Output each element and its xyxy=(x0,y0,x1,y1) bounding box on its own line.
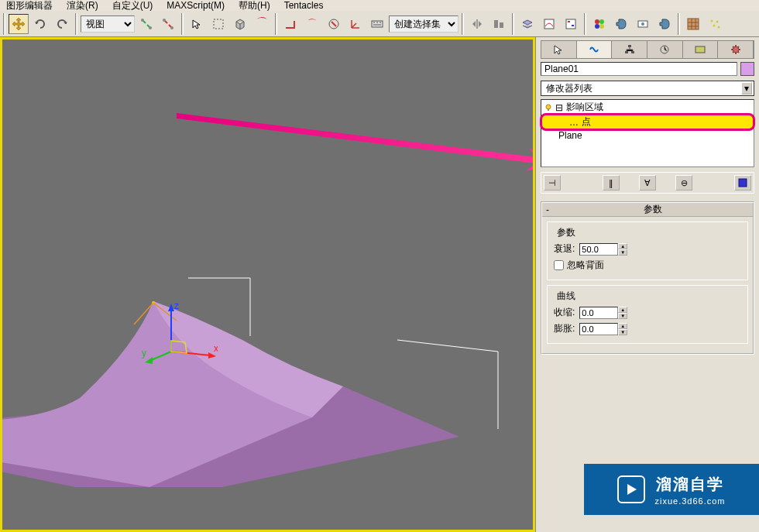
params-group-label: 参数 xyxy=(554,226,579,239)
stack-subobject-point[interactable]: … 点 xyxy=(541,115,754,129)
redo-button[interactable] xyxy=(52,14,72,34)
show-end-result-button[interactable]: ‖ xyxy=(603,175,620,190)
svg-rect-12 xyxy=(572,25,574,26)
menu-tentacles[interactable]: Tentacles xyxy=(284,0,324,11)
ignore-backface-checkbox[interactable] xyxy=(554,260,564,270)
render-setup-button[interactable] xyxy=(611,14,631,34)
object-name-input[interactable] xyxy=(541,62,737,76)
viewport[interactable]: z x y xyxy=(0,37,535,532)
quick-render-button[interactable] xyxy=(654,14,675,34)
percent-snap-button[interactable]: ⌒ xyxy=(302,14,322,34)
tab-motion[interactable] xyxy=(647,41,683,58)
make-unique-button[interactable]: ∀ xyxy=(639,175,656,190)
svg-point-18 xyxy=(641,22,644,26)
svg-rect-37 xyxy=(548,109,549,111)
curve-editor-button[interactable] xyxy=(539,14,559,34)
stack-toolbar: ⊣ ‖ ∀ ⊖ xyxy=(541,172,754,194)
menu-graphics-editor[interactable]: 图形编辑器 xyxy=(6,0,53,12)
svg-rect-38 xyxy=(739,179,747,187)
expand-label: 膨胀: xyxy=(554,322,575,335)
tab-hierarchy[interactable] xyxy=(612,41,647,58)
configure-sets-button[interactable] xyxy=(734,175,751,190)
expand-spinner[interactable]: ▲▼ xyxy=(579,323,627,335)
svg-point-22 xyxy=(713,24,716,26)
menu-render[interactable]: 渲染(R) xyxy=(67,0,98,12)
svg-rect-4 xyxy=(214,19,223,29)
svg-point-14 xyxy=(599,19,604,24)
shrink-label: 收缩: xyxy=(554,306,575,319)
align-button[interactable] xyxy=(489,14,509,34)
cube-button[interactable] xyxy=(230,14,250,34)
svg-rect-31 xyxy=(628,45,631,47)
spinner-snap-button[interactable] xyxy=(324,14,344,34)
svg-point-15 xyxy=(595,24,599,29)
selection-set-dropdown[interactable]: 创建选择集 xyxy=(389,15,458,33)
svg-rect-6 xyxy=(372,21,383,27)
stack-modifier-affect-region[interactable]: ⊟ 影响区域 xyxy=(541,100,754,115)
svg-point-13 xyxy=(595,19,599,24)
parameters-rollout: - 参数 参数 衰退: ▲▼ 忽略背面 xyxy=(541,201,754,355)
layer-button[interactable] xyxy=(517,14,537,34)
svg-point-20 xyxy=(711,19,713,22)
svg-rect-10 xyxy=(566,19,575,29)
undo-button[interactable] xyxy=(30,14,50,34)
svg-text:x: x xyxy=(214,343,218,354)
mirror-button[interactable] xyxy=(467,14,487,34)
schematic-button[interactable] xyxy=(561,14,581,34)
shrink-spinner[interactable]: ▲▼ xyxy=(579,307,627,319)
modifier-list-dropdown[interactable]: 修改器列表 ▾ xyxy=(541,81,754,96)
falloff-spinner[interactable]: ▲▼ xyxy=(579,243,627,256)
view-dropdown[interactable]: 视图 xyxy=(81,15,135,33)
svg-rect-8 xyxy=(500,22,503,28)
command-panel: 修改器列表 ▾ ⊟ 影响区域 … 点 Plane ⊣ ‖ ∀ ⊖ xyxy=(535,37,759,532)
keyboard-button[interactable] xyxy=(367,14,387,34)
svg-text:z: z xyxy=(174,300,179,311)
modifier-stack[interactable]: ⊟ 影响区域 … 点 Plane xyxy=(541,99,754,167)
remove-modifier-button[interactable]: ⊖ xyxy=(675,175,692,190)
link-button[interactable] xyxy=(136,14,156,34)
falloff-label: 衰退: xyxy=(554,242,575,256)
grid-button[interactable] xyxy=(683,14,703,34)
snap-button[interactable]: ⌒ xyxy=(252,14,272,34)
svg-point-0 xyxy=(141,19,144,22)
svg-rect-32 xyxy=(625,51,628,53)
main-toolbar: 视图 ⌒ ⌒ 创建选择集 xyxy=(0,11,759,37)
watermark: 溜溜自学 zixue.3d66.com xyxy=(584,464,759,515)
svg-rect-11 xyxy=(568,21,570,22)
menu-help[interactable]: 帮助(H) xyxy=(239,0,270,12)
curve-group-label: 曲线 xyxy=(554,290,579,303)
material-editor-button[interactable] xyxy=(589,14,610,34)
command-panel-tabs xyxy=(541,40,754,59)
ignore-backface-label: 忽略背面 xyxy=(567,259,604,272)
svg-point-36 xyxy=(546,105,551,109)
render-frame-button[interactable] xyxy=(633,14,653,34)
modifier-list-label: 修改器列表 xyxy=(546,82,592,95)
rollout-header[interactable]: - 参数 xyxy=(542,203,753,217)
menu-customize[interactable]: 自定义(U) xyxy=(112,0,153,12)
play-icon xyxy=(617,475,645,503)
select-button[interactable] xyxy=(187,14,207,34)
axis-gizmo[interactable]: z x y xyxy=(140,297,218,375)
svg-line-29 xyxy=(149,352,171,361)
tab-utilities[interactable] xyxy=(718,41,754,58)
stack-base-plane[interactable]: Plane xyxy=(541,129,754,142)
svg-point-2 xyxy=(163,19,166,22)
svg-point-23 xyxy=(718,26,720,28)
menu-maxscript[interactable]: MAXScript(M) xyxy=(167,0,225,11)
move-button[interactable] xyxy=(9,14,29,34)
tab-display[interactable] xyxy=(683,41,719,58)
svg-rect-35 xyxy=(695,46,705,53)
tab-create[interactable] xyxy=(541,41,577,58)
unlink-button[interactable] xyxy=(158,14,178,34)
svg-point-1 xyxy=(149,26,152,29)
particles-button[interactable] xyxy=(705,14,725,34)
pin-stack-button[interactable]: ⊣ xyxy=(544,175,561,190)
axis-button[interactable] xyxy=(345,14,366,34)
angle-snap-button[interactable] xyxy=(280,14,301,34)
object-color-swatch[interactable] xyxy=(740,62,754,76)
viewport-mesh xyxy=(0,100,521,487)
svg-rect-7 xyxy=(494,20,498,28)
tab-modify[interactable] xyxy=(577,41,613,58)
select-region-button[interactable] xyxy=(208,14,228,34)
svg-text:y: y xyxy=(142,348,146,359)
